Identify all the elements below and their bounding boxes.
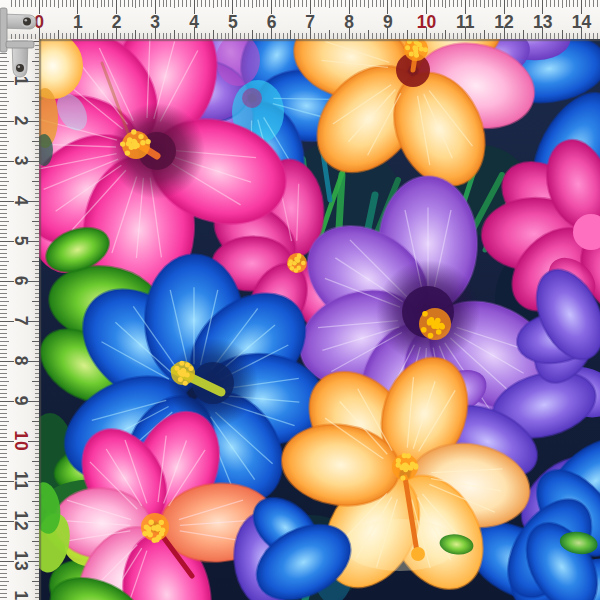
svg-text:8: 8: [344, 12, 354, 32]
svg-text:3: 3: [11, 156, 31, 167]
svg-text:14: 14: [572, 12, 592, 32]
svg-text:8: 8: [11, 356, 31, 367]
svg-text:6: 6: [267, 12, 277, 32]
svg-text:5: 5: [11, 236, 31, 247]
svg-text:10: 10: [417, 12, 437, 32]
svg-text:7: 7: [305, 12, 315, 32]
svg-text:2: 2: [112, 12, 122, 32]
svg-text:9: 9: [383, 12, 393, 32]
svg-text:1: 1: [73, 12, 83, 32]
svg-text:12: 12: [494, 12, 514, 32]
svg-text:13: 13: [11, 550, 31, 571]
svg-text:9: 9: [11, 396, 31, 407]
svg-text:11: 11: [456, 12, 475, 32]
svg-text:14: 14: [11, 590, 31, 600]
svg-text:13: 13: [533, 12, 553, 32]
svg-text:4: 4: [11, 196, 31, 207]
svg-text:3: 3: [150, 12, 160, 32]
svg-text:2: 2: [11, 116, 31, 127]
svg-text:4: 4: [189, 12, 199, 32]
svg-text:12: 12: [11, 510, 31, 531]
svg-text:7: 7: [11, 316, 31, 327]
svg-text:11: 11: [11, 471, 31, 491]
svg-text:6: 6: [11, 276, 31, 287]
svg-text:5: 5: [228, 12, 238, 32]
svg-text:10: 10: [11, 430, 31, 451]
